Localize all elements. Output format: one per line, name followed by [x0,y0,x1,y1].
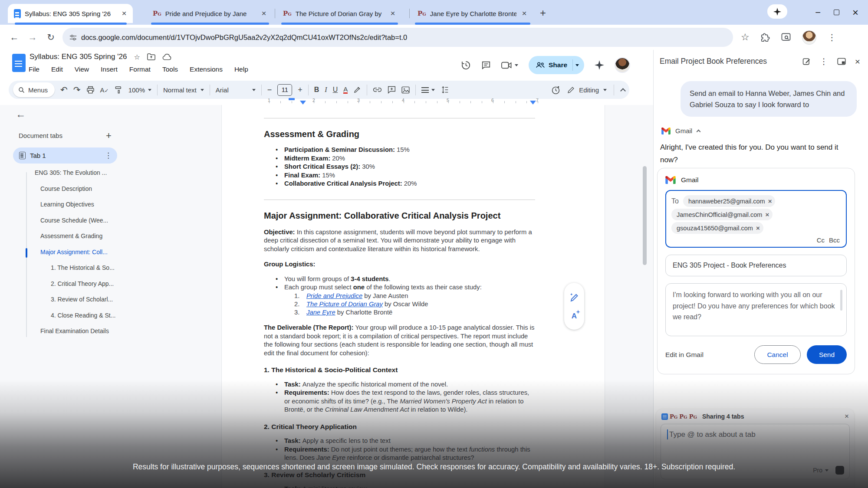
insert-link-icon[interactable] [373,87,382,92]
side-panel-icon[interactable] [781,33,791,42]
doc-list-item[interactable]: Task: A mini literature review [275,485,535,488]
line-spacing-icon[interactable] [441,86,448,93]
print-icon[interactable] [86,86,95,94]
outline-item[interactable]: Course Schedule (Wee... [8,213,138,229]
new-tab-button[interactable]: + [536,7,549,19]
doc-list-item[interactable]: Collaborative Critical Analysis Project:… [275,180,535,188]
doc-heading[interactable]: Major Assignment: Collaborative Critical… [264,210,535,221]
menu-view[interactable]: View [75,66,89,73]
cancel-button[interactable]: Cancel [754,345,801,364]
move-folder-icon[interactable] [147,53,155,60]
horizontal-ruler[interactable]: 1 2 3 4 5 6 7 [219,97,605,105]
outline-item[interactable]: 3. Review of Scholarl... [8,291,138,308]
browser-tab-pride-prejudice[interactable]: PG Pride and Prejudice by Jane × [147,4,273,23]
doc-list-item[interactable]: Pride and Prejudice by Jane Austen [294,292,535,300]
zoom-select[interactable]: 100% [128,86,151,94]
tab-close-icon[interactable]: × [388,10,397,17]
outline-item[interactable]: Course Description [8,181,138,197]
edit-in-gmail-link[interactable]: Edit in Gmail [665,351,704,359]
gemini-button[interactable] [767,4,787,19]
help-me-write-icon[interactable] [569,292,579,302]
account-avatar[interactable] [615,57,630,73]
document-title[interactable]: Syllabus: ENG 305 Spring '26 [30,52,127,61]
browser-tab-jane-eyre[interactable]: PG Jane Eyre by Charlotte Bronte × [411,4,533,23]
outline-item[interactable]: 4. Close Reading & St... [8,308,138,324]
paragraph-style-select[interactable]: Normal text [163,86,204,94]
undo-icon[interactable]: ↶ [60,85,68,94]
underline-icon[interactable]: U [333,86,338,94]
doc-heading[interactable]: 3. Review of Scholarly Criticism [264,471,535,479]
doc-list-item[interactable]: Task: Apply a specific lens to the text [275,437,535,445]
recipient-chip[interactable]: JamesChinOfficial@gmail.com × [671,209,773,220]
google-docs-logo[interactable] [12,54,26,72]
to-field[interactable]: To hannaweber25@gmail.com × JamesChinOff… [665,190,847,248]
document-tab-item[interactable]: Tab 1 ⋮ [13,147,117,164]
tab-close-icon[interactable]: × [260,10,268,17]
task-timer-icon[interactable] [551,85,560,95]
browser-menu-icon[interactable]: ⋮ [828,33,836,42]
reload-button[interactable]: ↻ [42,32,60,43]
close-sharing-icon[interactable]: × [845,412,849,421]
doc-list-item[interactable]: Each group must select one of the follow… [275,283,535,292]
menu-format[interactable]: Format [129,66,151,73]
outline-item[interactable]: Assessment & Grading [8,228,138,244]
doc-list-item[interactable]: Short Critical Essays (2): 30% [275,163,535,171]
send-button[interactable]: Send [807,345,847,364]
tool-context-row[interactable]: Gmail [661,127,700,134]
doc-heading[interactable]: 1. The Historical & Socio-Political Cont… [264,366,535,374]
increase-font-icon[interactable]: + [298,86,302,94]
gemini-sparkle-icon[interactable] [595,60,604,70]
doc-list-item[interactable]: You will form groups of 3-4 students. [275,275,535,284]
document-scrollbar[interactable] [643,166,647,265]
doc-list-item[interactable]: Participation & Seminar Discussion: 15% [275,146,535,154]
tab-close-icon[interactable]: × [120,10,128,17]
remove-recipient-icon[interactable]: × [765,211,769,218]
document-page[interactable]: Assessment & Grading Participation & Sem… [221,105,605,488]
share-options-chevron-icon[interactable] [575,64,579,68]
bcc-button[interactable]: Bcc [829,236,840,244]
remove-recipient-icon[interactable]: × [768,197,772,205]
tab-close-icon[interactable]: × [520,10,529,17]
open-in-window-icon[interactable] [837,58,846,65]
recipient-chip[interactable]: hannaweber25@gmail.com × [683,195,776,207]
tab-options-icon[interactable]: ⋮ [105,152,112,159]
star-document-icon[interactable]: ☆ [134,53,140,61]
doc-paragraph[interactable]: Objective: In this capstone assignment, … [264,228,535,254]
outline-item[interactable]: Learning Objectives [8,197,138,213]
outline-item[interactable]: 1. The Historical & So... [8,260,138,276]
menu-help[interactable]: Help [234,66,248,73]
proofread-icon[interactable]: A [572,312,577,321]
minimize-button[interactable]: − [815,7,821,18]
back-button[interactable]: ← [5,32,23,43]
browser-tab-syllabus[interactable]: Syllabus: ENG 305 Spring '26 × [8,4,133,23]
doc-list-item[interactable]: The Picture of Dorian Gray by Oscar Wild… [294,300,535,308]
comments-icon[interactable] [481,60,491,70]
email-body-field[interactable]: I'm looking forward to working with you … [665,283,847,336]
doc-list-item[interactable]: Midterm Exam: 20% [275,154,535,163]
doc-heading[interactable]: 2. Critical Theory Application [264,422,535,431]
spell-check-icon[interactable]: A✓ [100,86,109,94]
join-call-button[interactable] [501,62,518,69]
browser-tab-dorian-gray[interactable]: PG The Picture of Dorian Gray by × [277,4,401,23]
outline-item[interactable]: 2. Critical Theory App... [8,276,138,292]
recipient-chip[interactable]: gsouza415650@gmail.com × [671,222,763,234]
insert-image-icon[interactable] [401,86,410,94]
highlight-icon[interactable] [353,86,361,94]
share-button[interactable]: Share [529,56,584,74]
doc-list-item[interactable]: Requirements: Do not just point out them… [275,445,535,462]
collapse-tool-icon[interactable] [697,130,701,134]
outline-item[interactable]: ENG 305: The Evolution ... [8,165,138,181]
extensions-icon[interactable] [761,33,770,42]
indent-marker[interactable] [289,98,295,100]
body-scrollbar[interactable] [840,290,842,311]
doc-list-item[interactable]: Requirements: How does the text respond … [275,389,535,414]
cloud-status-icon[interactable] [162,54,171,60]
panel-options-icon[interactable]: ⋮ [820,57,828,66]
redo-icon[interactable]: ↷ [73,85,81,94]
align-select[interactable] [421,87,435,93]
remove-recipient-icon[interactable]: × [756,224,760,232]
new-chat-icon[interactable] [802,57,811,66]
outline-item[interactable]: Final Examination Details [8,323,138,339]
menu-edit[interactable]: Edit [51,66,63,73]
doc-paragraph[interactable]: The Deliverable (The Report): Your group… [264,324,535,357]
